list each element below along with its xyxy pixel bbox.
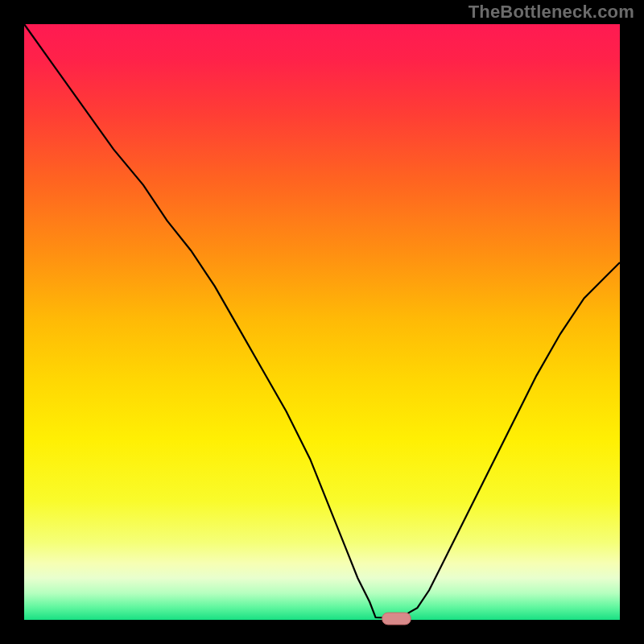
chart-frame: { "watermark": "TheBottleneck.com", "col… xyxy=(0,0,644,644)
plot-background xyxy=(24,24,620,620)
optimum-marker xyxy=(382,613,411,625)
watermark-text: TheBottleneck.com xyxy=(469,2,634,23)
bottleneck-chart xyxy=(0,0,644,644)
